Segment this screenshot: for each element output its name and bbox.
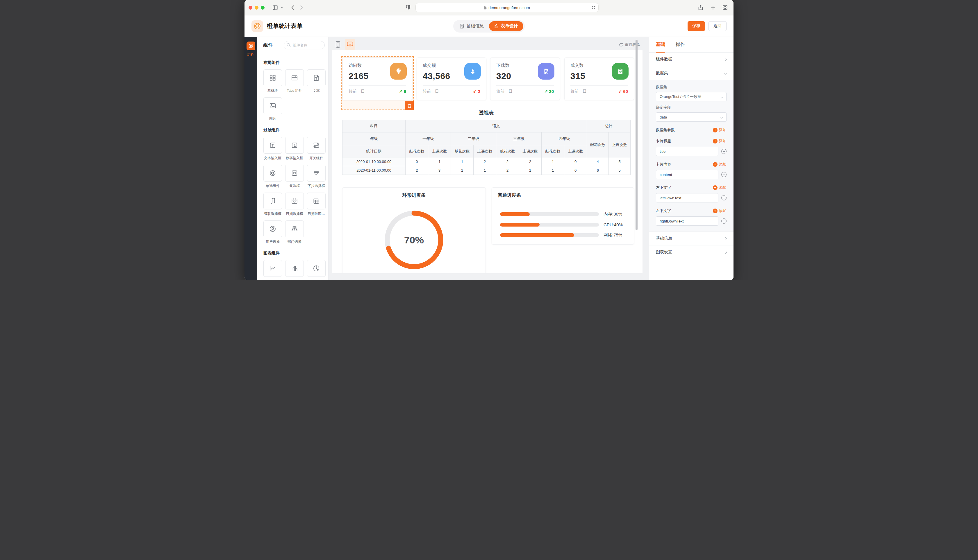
progress-card[interactable]: 普通进度条 内存:30% CPU:40% 网络:75% xyxy=(492,187,634,245)
minimize-window-button[interactable] xyxy=(255,6,259,10)
share-icon[interactable] xyxy=(696,3,705,12)
remove-card-title-button[interactable]: − xyxy=(721,149,727,154)
back-icon[interactable] xyxy=(288,3,297,12)
stat-card-downloads[interactable]: 下载数 320 较前一日 ↗ 20 xyxy=(490,58,560,100)
trend-down-value: ↙ 2 xyxy=(473,89,480,94)
sidebar-toggle-icon[interactable] xyxy=(271,3,280,12)
address-bar[interactable]: demo.orangeforms.com xyxy=(415,3,599,12)
dataset-label: 数据集 xyxy=(656,85,727,90)
zoom-window-button[interactable] xyxy=(261,6,264,10)
pivot-cell: 2 xyxy=(496,166,519,175)
trend-down-value: ↙ 60 xyxy=(619,89,628,94)
component-item-text-input[interactable]: 文本输入框 xyxy=(263,137,282,161)
ring-progress-card[interactable]: 环形进度条 70% xyxy=(342,187,486,273)
pivot-table: 科目 语文 总计 年级 一年级 二年级 三年级 四年级 献花次数 上课次数 统计… xyxy=(342,120,630,175)
right-down-text-input[interactable] xyxy=(656,217,718,226)
component-item-date-picker[interactable]: 日期选择框 xyxy=(285,193,304,217)
add-right-down-button[interactable]: +添加 xyxy=(713,208,727,213)
date-icon xyxy=(291,197,298,205)
checkbox-icon xyxy=(291,169,298,177)
component-item-user-select[interactable]: 用户选择 xyxy=(263,220,282,244)
component-item-text[interactable]: 文本 xyxy=(307,69,326,93)
dataset-select[interactable]: OrangeTest / 卡片一数据 xyxy=(656,92,727,102)
privacy-shield-icon[interactable] xyxy=(404,3,413,11)
mobile-preview-button[interactable] xyxy=(333,39,343,50)
component-item-select[interactable]: 下拉选择框 xyxy=(307,165,326,188)
switch-icon xyxy=(313,142,320,149)
component-item-image[interactable]: 图片 xyxy=(263,97,282,121)
daterange-icon xyxy=(313,197,320,205)
card-title-input[interactable] xyxy=(656,147,718,156)
pivot-sub: 献花次数 xyxy=(451,145,473,157)
chevron-right-icon xyxy=(724,251,727,253)
tab-basic-info[interactable]: 基础信息 xyxy=(455,21,489,31)
component-item-tabs[interactable]: Tabs 组件 xyxy=(285,69,304,93)
add-left-down-button[interactable]: +添加 xyxy=(713,185,727,190)
remove-right-down-button[interactable]: − xyxy=(721,218,727,223)
form-canvas: 访问数 2165 较前一日 ↗ 6 成交额 xyxy=(332,50,642,273)
component-item-dept-select[interactable]: 部门选择 xyxy=(285,220,304,244)
chevron-down-icon xyxy=(721,95,723,98)
basic-info-row[interactable]: 基础信息 xyxy=(649,232,734,245)
add-card-title-button[interactable]: +添加 xyxy=(713,138,727,144)
component-item-date-range[interactable]: 日期范围… xyxy=(307,193,326,217)
selected-widget-outline[interactable]: 访问数 2165 较前一日 ↗ 6 xyxy=(341,57,414,110)
reload-icon[interactable] xyxy=(591,5,596,10)
tab-overview-icon[interactable] xyxy=(721,3,729,12)
new-tab-icon[interactable] xyxy=(709,3,717,12)
component-item-pie-chart[interactable] xyxy=(307,260,326,279)
cascade-icon xyxy=(269,197,276,205)
grid-icon xyxy=(269,74,276,82)
save-button[interactable]: 保存 xyxy=(687,21,705,31)
forward-icon[interactable] xyxy=(297,3,306,12)
pie-chart-icon xyxy=(313,265,320,272)
rail-components-label[interactable]: 组件 xyxy=(247,52,254,57)
component-data-row[interactable]: 组件数据 xyxy=(649,53,734,66)
pivot-cell: 3 xyxy=(428,166,451,175)
tab-form-design[interactable]: 表单设计 xyxy=(489,21,523,31)
stat-card-turnover[interactable]: 成交额 43,566 较前一日 ↙ 2 xyxy=(416,58,486,100)
remove-left-down-button[interactable]: − xyxy=(721,195,727,200)
delete-widget-button[interactable] xyxy=(405,102,414,110)
canvas-scrollbar[interactable] xyxy=(635,40,637,230)
components-nav-icon[interactable] xyxy=(247,42,255,50)
component-item-basic-block[interactable]: 基础块 xyxy=(263,69,282,93)
component-item-cascade[interactable]: 级联选择框 xyxy=(263,193,282,217)
browser-chrome: demo.orangeforms.com xyxy=(244,0,734,15)
page-title: 橙单统计表单 xyxy=(267,22,303,30)
chevron-down-icon[interactable] xyxy=(280,3,284,12)
component-item-checkbox[interactable]: 复选框 xyxy=(285,165,304,188)
chart-settings-row[interactable]: 图表设置 xyxy=(649,245,734,259)
dept-icon xyxy=(291,225,298,233)
desktop-preview-button[interactable] xyxy=(345,39,355,50)
dataset-section-row[interactable]: 数据集 xyxy=(649,66,734,80)
radio-icon xyxy=(269,169,276,177)
component-item-radio[interactable]: 单选组件 xyxy=(263,165,282,188)
bind-field-select[interactable]: data xyxy=(656,112,727,122)
close-window-button[interactable] xyxy=(249,6,252,10)
component-item-number-input[interactable]: 数字输入框 xyxy=(285,137,304,161)
back-button[interactable]: 返回 xyxy=(709,21,727,31)
left-down-text-input[interactable] xyxy=(656,193,718,202)
component-item-bar-chart[interactable] xyxy=(285,260,304,279)
stat-card-deals[interactable]: 成交数 315 较前一日 ↙ 60 xyxy=(564,58,634,100)
sidebar-title: 组件 xyxy=(263,42,273,48)
card-content-input[interactable] xyxy=(656,170,718,179)
component-item-line-chart[interactable] xyxy=(263,260,282,279)
tab-actions[interactable]: 操作 xyxy=(675,37,685,53)
number-input-icon xyxy=(291,142,298,149)
remove-card-content-button[interactable]: − xyxy=(721,172,727,177)
add-card-content-button[interactable]: +添加 xyxy=(713,162,727,167)
tab-basic[interactable]: 基础 xyxy=(656,37,665,53)
add-param-button[interactable]: +添加 xyxy=(713,128,727,133)
pivot-cell: 2 xyxy=(406,166,428,175)
pivot-total-header: 总计 xyxy=(587,120,630,132)
pivot-sub: 上课次数 xyxy=(473,145,496,157)
stat-card-visits[interactable]: 访问数 2165 较前一日 ↗ 6 xyxy=(343,58,412,100)
section-title-filter: 过滤组件 xyxy=(263,128,325,133)
component-search[interactable] xyxy=(284,41,325,49)
design-canvas: 重置表单 访问数 2165 较前一日 ↗ 6 xyxy=(329,37,649,280)
component-item-switch[interactable]: 开关组件 xyxy=(307,137,326,161)
ring-percent-label: 70% xyxy=(385,210,444,270)
pivot-cell: 2 xyxy=(473,157,496,166)
